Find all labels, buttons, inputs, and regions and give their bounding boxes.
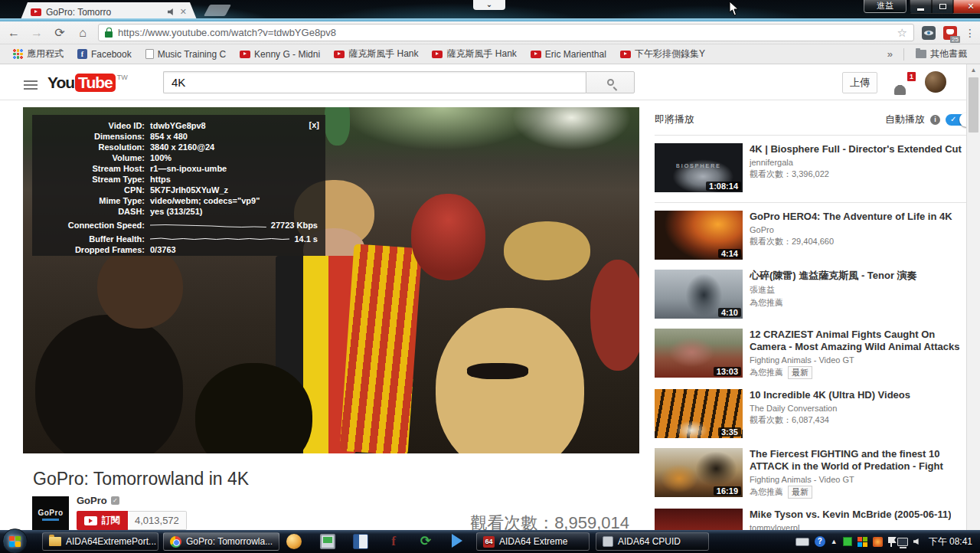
- tab-close-icon[interactable]: ✕: [180, 7, 187, 17]
- channel-name[interactable]: GoPro: [77, 495, 107, 506]
- striped-flag: [339, 244, 421, 453]
- tray-green-icon[interactable]: [843, 537, 852, 546]
- taskbar-aida64-button[interactable]: 64 AIDA64 Extreme: [476, 532, 590, 551]
- logo-region-label: TW: [117, 74, 128, 81]
- folder-icon: [916, 50, 926, 58]
- scrollbar-up-arrow[interactable]: ▲: [967, 64, 980, 76]
- related-video-item[interactable]: 13:03 12 CRAZIEST Animal Fights Caught O…: [655, 329, 973, 379]
- taskbar-cpuid-button[interactable]: AIDA64 CPUID: [596, 532, 709, 551]
- adblock-extension-icon[interactable]: 25: [943, 26, 957, 40]
- maximize-button[interactable]: [932, 0, 953, 14]
- bookmarks-bar: 應用程式 fFacebook Music Training C Kenny G …: [0, 44, 980, 64]
- forward-icon[interactable]: →: [29, 26, 44, 40]
- new-badge: 最新: [788, 486, 812, 499]
- hidden-icons-arrow[interactable]: ▲: [831, 538, 838, 545]
- notifications-button[interactable]: 1: [894, 74, 913, 91]
- refresh-icon[interactable]: ⟳: [52, 25, 67, 40]
- player-app-icon[interactable]: [452, 534, 462, 548]
- related-video-item[interactable]: 4:14 GoPro HERO4: The Adventure of Life …: [655, 211, 973, 260]
- duration-badge: 16:19: [714, 486, 741, 496]
- duration-badge: 4:10: [718, 308, 741, 317]
- close-button[interactable]: ✕: [953, 0, 980, 14]
- related-video-item[interactable]: BIOSPHERE 1:08:14 4K | Biosphere Full - …: [655, 143, 973, 192]
- bookmark-apps[interactable]: 應用程式: [8, 46, 69, 62]
- extension-badge: 25: [950, 36, 960, 43]
- sync-app-icon[interactable]: ⟳: [418, 534, 433, 549]
- media-app-icon[interactable]: [353, 534, 368, 549]
- upload-button[interactable]: 上傳: [842, 72, 877, 93]
- browser-navbar: ← → ⟳ ⌂ https://www.youtube.com/watch?v=…: [0, 21, 980, 44]
- hamburger-menu-icon[interactable]: [24, 80, 38, 90]
- bookmark-sax-hank-2[interactable]: 薩克斯風手 Hank: [426, 46, 521, 62]
- browser-tab[interactable]: GoPro: Tomorro ✕: [20, 2, 198, 21]
- crowd-art: [504, 221, 590, 280]
- bookmark-star-icon[interactable]: ☆: [897, 26, 907, 40]
- stats-close-button[interactable]: [x]: [309, 119, 319, 130]
- f-app-icon[interactable]: f: [386, 534, 401, 549]
- stats-for-nerds-overlay: [x] Video ID:tdwbYGe8pv8 Dimensions:854 …: [32, 115, 325, 256]
- info-icon[interactable]: i: [930, 115, 940, 125]
- other-bookmarks-button[interactable]: 其他書籤: [910, 46, 972, 62]
- browser-menu-icon[interactable]: ⋮: [965, 27, 974, 39]
- taskbar-pinned-app-icon[interactable]: [286, 534, 302, 549]
- scrollbar-thumb[interactable]: [969, 77, 978, 133]
- action-center-flag-icon[interactable]: [888, 537, 892, 547]
- system-tray: ? ▲ 下午 08:41: [795, 530, 977, 553]
- bookmark-rehearsal[interactable]: 下午彩排側錄集Y: [615, 46, 710, 62]
- verified-badge-icon: ✓: [111, 496, 119, 505]
- tab-audio-icon[interactable]: [168, 8, 175, 15]
- new-tab-button[interactable]: [204, 5, 231, 16]
- bookmark-music-training[interactable]: Music Training C: [140, 47, 231, 61]
- apps-grid-icon: [13, 49, 23, 59]
- bookmark-facebook[interactable]: fFacebook: [72, 47, 137, 61]
- page-scrollbar[interactable]: ▲: [966, 64, 980, 530]
- bookmark-kenny-g[interactable]: Kenny G - Midni: [234, 47, 325, 61]
- window-controls: ✕: [910, 0, 980, 15]
- facebook-icon: f: [77, 49, 87, 59]
- duration-badge: 1:08:14: [706, 182, 741, 191]
- chevron-down-icon[interactable]: ⌄: [473, 0, 505, 10]
- duration-badge: 4:14: [718, 249, 741, 258]
- bookmarks-overflow-icon[interactable]: »: [883, 48, 897, 60]
- tray-windows-icon[interactable]: [858, 537, 867, 547]
- back-icon[interactable]: ←: [6, 26, 21, 40]
- account-avatar[interactable]: [925, 71, 946, 93]
- video-thumbnail: 16:19: [655, 448, 743, 497]
- search-button[interactable]: [586, 71, 635, 93]
- address-bar[interactable]: https://www.youtube.com/watch?v=tdwbYGe8…: [98, 24, 914, 41]
- url-text[interactable]: https://www.youtube.com/watch?v=tdwbYGe8…: [118, 27, 892, 38]
- connection-speed-sparkline: [150, 221, 266, 230]
- taskbar-chrome-button[interactable]: GoPro: Tomorrowla...: [163, 532, 279, 551]
- home-icon[interactable]: ⌂: [75, 26, 90, 40]
- start-button[interactable]: [2, 528, 28, 553]
- related-video-item[interactable]: 4:10 心碎(陳雷) 進益薩克斯風 - Tenor 演奏 張進益 為您推薦: [655, 270, 973, 319]
- taskbar-clock[interactable]: 下午 08:41: [924, 535, 977, 548]
- minimize-button[interactable]: [910, 0, 932, 14]
- tray-orange-icon[interactable]: [873, 537, 883, 547]
- profile-button[interactable]: 進益: [864, 0, 906, 13]
- bookmark-sax-hank-1[interactable]: 薩克斯風手 Hank: [328, 46, 423, 62]
- youtube-favicon: [31, 8, 41, 16]
- network-icon[interactable]: [897, 538, 908, 546]
- help-icon[interactable]: ?: [815, 536, 825, 547]
- duration-badge: 13:03: [714, 367, 741, 376]
- taskbar-folder-button[interactable]: AIDA64ExtremePort...: [42, 532, 158, 551]
- channel-avatar[interactable]: GoPro: [32, 496, 69, 533]
- secure-lock-icon[interactable]: [105, 31, 113, 38]
- subscribe-button[interactable]: 訂閱: [77, 511, 128, 530]
- search-input[interactable]: [163, 71, 586, 93]
- eye-extension-icon[interactable]: [922, 26, 936, 40]
- bookmark-eric-marienthal[interactable]: Eric Marienthal: [525, 47, 612, 61]
- related-video-item[interactable]: 3:35 10 Incredible 4K (Ultra HD) Videos …: [655, 389, 973, 438]
- volume-icon[interactable]: [913, 538, 919, 545]
- monitor-app-icon[interactable]: [320, 534, 335, 549]
- subscribe-play-icon: [84, 516, 97, 525]
- youtube-logo[interactable]: You Tube TW: [47, 74, 128, 92]
- bottle-art: [325, 107, 349, 146]
- keyboard-ime-icon[interactable]: [795, 538, 809, 546]
- duration-badge: 3:35: [718, 427, 741, 437]
- video-player[interactable]: [x] Video ID:tdwbYGe8pv8 Dimensions:854 …: [23, 107, 639, 453]
- related-video-item[interactable]: 16:19 The Fiercest FIGHTING and the fine…: [655, 448, 973, 499]
- video-thumbnail: 4:14: [655, 211, 743, 260]
- crowd-art: [411, 194, 485, 280]
